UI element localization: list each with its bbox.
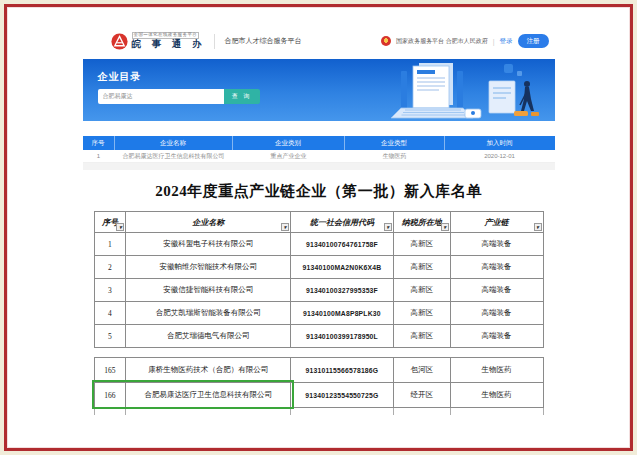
- cell-index: 2: [95, 256, 127, 279]
- search-result-list: 序号 企业名称 企业类别 企业类型 加入时间 1 合肥易康达医疗卫生信息科技有限…: [83, 136, 555, 170]
- cell-industry-chain: 生物医药: [451, 358, 544, 383]
- cell-industry-chain: 生物医药: [451, 383, 544, 408]
- col-header-name-label: 企业名称: [192, 217, 224, 228]
- header-divider: [214, 34, 215, 49]
- result-cell-date: 2020-12-01: [445, 150, 555, 162]
- cell-district: 高新区: [394, 233, 451, 256]
- cell-district: 高新区: [394, 256, 451, 279]
- gov-platform-links[interactable]: 国家政务服务平台 合肥市人民政府: [396, 37, 488, 46]
- filter-icon[interactable]: ▾: [384, 223, 392, 231]
- cell-index: 3: [95, 279, 127, 302]
- logo-title: 皖 事 通 办: [132, 39, 206, 49]
- enterprise-table-bottom: 165 康桥生物医药技术（合肥）有限公司 91310115566578186G …: [94, 357, 544, 415]
- table-row: 2 安徽帕维尔智能技术有限公司 91340100MA2N0K6X4B 高新区 高…: [94, 256, 544, 279]
- hidden-rows-gap: [83, 348, 555, 357]
- browser-page: 全国一体化在线政务服务平台 皖 事 通 办 合肥市人才综合服务平台 国家政务服务…: [4, 4, 633, 451]
- enterprise-table: 序号▾ 企业名称▾ 统一社会信用代码▾ 纳税所在地▾ 产业链▾ 1 安徽科盟电子…: [94, 211, 544, 348]
- partial-next-row: [94, 408, 544, 415]
- result-list-header: 序号 企业名称 企业类别 企业类型 加入时间: [83, 136, 555, 150]
- pipe-divider: |: [493, 38, 495, 45]
- header-right-group: 国家政务服务平台 合肥市人民政府 | 登录 注册: [381, 34, 549, 48]
- col-header-district-label: 纳税所在地: [402, 217, 442, 228]
- col-header-industry-chain-label: 产业链: [485, 217, 509, 228]
- cell-district: 高新区: [394, 302, 451, 325]
- table-header-row: 序号▾ 企业名称▾ 统一社会信用代码▾ 纳税所在地▾ 产业链▾: [94, 212, 544, 233]
- national-emblem-icon: [381, 36, 391, 46]
- result-cell-index: 1: [83, 150, 115, 162]
- filter-icon[interactable]: ▾: [441, 223, 449, 231]
- site-header: 全国一体化在线政务服务平台 皖 事 通 办 合肥市人才综合服务平台 国家政务服务…: [83, 29, 555, 53]
- site-logo[interactable]: 全国一体化在线政务服务平台 皖 事 通 办: [111, 32, 206, 49]
- cell-company-name: 安徽信捷智能科技有限公司: [126, 279, 291, 302]
- cell-company-name: 合肥艾瑞德电气有限公司: [126, 325, 291, 348]
- table-row: 1 安徽科盟电子科技有限公司 91340100764761758F 高新区 高端…: [94, 233, 544, 256]
- col-header-credit-code-label: 统一社会信用代码: [310, 217, 374, 228]
- banner-title: 企业目录: [98, 70, 142, 84]
- cell-district: 高新区: [394, 279, 451, 302]
- cell-industry-chain: 高端装备: [451, 279, 544, 302]
- result-cell-type: 生物医药: [345, 150, 445, 162]
- register-button[interactable]: 注册: [518, 34, 549, 48]
- cell-industry-chain: 高端装备: [451, 302, 544, 325]
- cell-index: 4: [95, 302, 127, 325]
- list-col-index: 序号: [83, 136, 115, 150]
- wanshitong-logo-icon: [111, 33, 128, 50]
- col-header-index: 序号▾: [95, 212, 127, 233]
- list-col-category: 企业类别: [233, 136, 345, 150]
- list-col-type: 企业类型: [345, 136, 445, 150]
- cell-index: 5: [95, 325, 127, 348]
- enterprise-directory-banner: 企业目录 查 询: [83, 59, 555, 121]
- cell-industry-chain: 高端装备: [451, 325, 544, 348]
- cell-credit-code: 91340100327995353F: [291, 279, 394, 302]
- cell-credit-code: 91340100MA2N0K6X4B: [291, 256, 394, 279]
- col-header-industry-chain: 产业链▾: [451, 212, 544, 233]
- table-row-highlighted: 166 合肥易康达医疗卫生信息科技有限公司 91340123554550725G…: [94, 383, 544, 408]
- table-row: 4 合肥艾凯瑞斯智能装备有限公司 91340100MA8P8PLK30 高新区 …: [94, 302, 544, 325]
- cell-company-name: 安徽帕维尔智能技术有限公司: [126, 256, 291, 279]
- cell-index: 165: [95, 358, 127, 383]
- cell-index: 166: [95, 383, 127, 408]
- login-link[interactable]: 登录: [500, 37, 513, 46]
- cell-industry-chain: 高端装备: [451, 256, 544, 279]
- cell-company-name: 合肥艾凯瑞斯智能装备有限公司: [126, 302, 291, 325]
- list-col-date: 加入时间: [445, 136, 555, 150]
- cell-company-name: 安徽科盟电子科技有限公司: [126, 233, 291, 256]
- table-row: 3 安徽信捷智能科技有限公司 91340100327995353F 高新区 高端…: [94, 279, 544, 302]
- list-col-name: 企业名称: [115, 136, 233, 150]
- filter-icon[interactable]: ▾: [534, 223, 542, 231]
- search-button[interactable]: 查 询: [224, 89, 260, 104]
- table-row: 165 康桥生物医药技术（合肥）有限公司 91310115566578186G …: [94, 358, 544, 383]
- cell-district: 高新区: [394, 325, 451, 348]
- result-cell-name: 合肥易康达医疗卫生信息科技有限公司: [115, 150, 233, 162]
- document-title: 2024年度重点产业链企业（第一批）新入库名单: [83, 182, 555, 201]
- cell-credit-code: 91340100764761758F: [291, 233, 394, 256]
- cell-credit-code: 91340100399178950L: [291, 325, 394, 348]
- list-footer-strip: [83, 163, 555, 170]
- cell-industry-chain: 高端装备: [451, 233, 544, 256]
- cell-credit-code: 91340100MA8P8PLK30: [291, 302, 394, 325]
- cell-credit-code: 91340123554550725G: [291, 383, 394, 408]
- table-row: 5 合肥艾瑞德电气有限公司 91340100399178950L 高新区 高端装…: [94, 325, 544, 348]
- platform-title: 合肥市人才综合服务平台: [224, 36, 301, 46]
- col-header-district: 纳税所在地▾: [394, 212, 451, 233]
- cell-company-name: 合肥易康达医疗卫生信息科技有限公司: [126, 383, 291, 408]
- result-row[interactable]: 1 合肥易康达医疗卫生信息科技有限公司 重点产业企业 生物医药 2020-12-…: [83, 150, 555, 163]
- cell-company-name: 康桥生物医药技术（合肥）有限公司: [126, 358, 291, 383]
- logo-texts: 全国一体化在线政务服务平台 皖 事 通 办: [132, 32, 206, 49]
- search-bar: 查 询: [98, 89, 260, 104]
- content-column: 全国一体化在线政务服务平台 皖 事 通 办 合肥市人才综合服务平台 国家政务服务…: [83, 7, 555, 415]
- result-cell-category: 重点产业企业: [233, 150, 345, 162]
- col-header-credit-code: 统一社会信用代码▾: [291, 212, 394, 233]
- cell-district: 经开区: [394, 383, 451, 408]
- cell-district: 包河区: [394, 358, 451, 383]
- filter-icon[interactable]: ▾: [116, 223, 124, 231]
- cell-credit-code: 91310115566578186G: [291, 358, 394, 383]
- laptop-illustration: [361, 61, 551, 121]
- col-header-name: 企业名称▾: [126, 212, 291, 233]
- cell-index: 1: [95, 233, 127, 256]
- search-input[interactable]: [98, 89, 224, 104]
- filter-icon[interactable]: ▾: [281, 223, 289, 231]
